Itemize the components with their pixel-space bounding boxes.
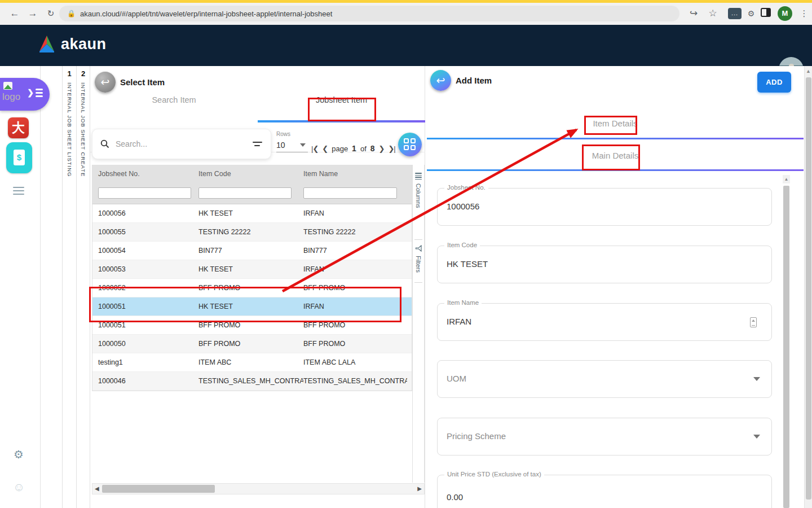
rows-label: Rows xyxy=(276,131,310,137)
field-label: Unit Price STD (Exclusive of tax) xyxy=(444,471,544,478)
browser-toolbar: ← → ↻ 🔒 akaun.cloud/#/applet/tnt/wavelet… xyxy=(0,3,812,25)
page-scrollbar[interactable]: ▲ xyxy=(804,66,812,508)
extensions-puzzle-icon[interactable]: ⚙︎ xyxy=(744,7,758,20)
filter-input-item-name[interactable] xyxy=(303,187,397,199)
select-item-panel: ↩ Select Item Search Item Jobsheet Item … xyxy=(90,66,425,508)
item-name-field[interactable]: Item Name IRFAN xyxy=(437,303,772,341)
browser-reload-icon[interactable]: ↻ xyxy=(44,7,58,20)
columns-label: Columns xyxy=(415,183,422,208)
search-input[interactable] xyxy=(114,139,253,149)
table-row[interactable]: 1000050BFF PROMOBFF PROMO xyxy=(92,335,412,353)
filters-label: Filters xyxy=(415,256,422,273)
table-cell: TESTING_SALES_MH_CONTRACT xyxy=(198,377,303,385)
browser-menu-icon[interactable]: ⋮ xyxy=(797,7,811,20)
table-row[interactable]: 1000056HK TESETIRFAN xyxy=(92,204,412,223)
rail-divider xyxy=(40,66,41,508)
table-cell: BFF PROMO xyxy=(198,340,303,348)
column-header-item-name[interactable]: Item Name xyxy=(303,170,407,178)
extension-badge-icon[interactable]: ... xyxy=(728,8,742,19)
pricing-scheme-select[interactable]: Pricing Scheme xyxy=(437,418,772,456)
applet-tab-create[interactable]: 2 INTERNAL JOB SHEET CREATE xyxy=(76,66,90,508)
table-row[interactable]: 1000046TESTING_SALES_MH_CONTRACTTESTING_… xyxy=(92,372,412,391)
field-value: IRFAN xyxy=(447,317,471,326)
inner-scroll-thumb[interactable] xyxy=(783,186,789,508)
table-row[interactable]: 1000055TESTING 22222TESTING 22222 xyxy=(92,223,412,242)
columns-tool-button[interactable]: Columns xyxy=(413,173,424,208)
item-code-field[interactable]: Item Code HK TESET xyxy=(437,246,772,283)
applet-tab-listing[interactable]: 1 INTERNAL JOB SHEET LISTING xyxy=(62,66,76,508)
of-word: of xyxy=(360,144,367,153)
table-cell: BFF PROMO xyxy=(198,321,303,329)
table-row[interactable]: 1000053HK TESETIRFAN xyxy=(92,260,412,279)
back-button[interactable]: ↩ xyxy=(95,72,116,93)
table-cell: HK TESET xyxy=(198,265,303,273)
tab-search-item[interactable]: Search Item xyxy=(90,95,258,104)
page-number: 1 xyxy=(352,144,356,153)
table-cell: 1000055 xyxy=(92,228,198,236)
add-button[interactable]: ADD xyxy=(757,72,791,93)
scroll-left-icon[interactable]: ◀ xyxy=(95,485,99,492)
table-horizontal-scrollbar[interactable]: ◀ ▶ xyxy=(92,483,425,494)
column-header-jobsheet-no[interactable]: Jobsheet No. xyxy=(92,170,198,178)
section-divider-gradient xyxy=(427,138,804,139)
uom-select[interactable]: UOM xyxy=(437,360,772,398)
horizontal-scroll-thumb[interactable] xyxy=(102,485,215,493)
filter-input-jobsheet-no[interactable] xyxy=(98,187,191,199)
table-body: 1000056HK TESETIRFAN1000055TESTING 22222… xyxy=(92,204,412,391)
tab-jobsheet-item[interactable]: Jobsheet Item xyxy=(258,95,425,104)
browser-back-icon[interactable]: ← xyxy=(8,7,21,20)
browser-forward-icon[interactable]: → xyxy=(26,7,39,20)
browser-profile-avatar[interactable]: M xyxy=(778,6,792,21)
url-text: akaun.cloud/#/applet/tnt/wavelet/erp/int… xyxy=(80,10,332,18)
last-page-icon[interactable]: ❯| xyxy=(388,144,395,153)
filters-tool-button[interactable]: Filters xyxy=(413,245,424,273)
table-cell: TESTING_SALES_MH_CONTRACT xyxy=(303,377,407,385)
table-cell: 1000053 xyxy=(92,265,198,273)
table-cell: 1000052 xyxy=(92,284,198,292)
next-page-icon[interactable]: ❯ xyxy=(379,144,385,153)
page-scroll-up-icon[interactable]: ▲ xyxy=(805,68,812,74)
jobsheet-no-field[interactable]: Jobsheet No. 1000056 xyxy=(437,188,772,226)
table-row[interactable]: 1000054BIN777BIN777 xyxy=(92,242,412,260)
tenant-logo-pill[interactable]: logo ❯ xyxy=(0,78,50,111)
column-header-item-code[interactable]: Item Code xyxy=(198,170,303,178)
table-cell: BIN777 xyxy=(198,247,303,255)
table-cell: 1000050 xyxy=(92,340,198,348)
applet-tab-number: 2 xyxy=(81,69,85,78)
brand-triangle-icon xyxy=(37,35,56,53)
unit-price-std-field[interactable]: Unit Price STD (Exclusive of tax) 0.00 xyxy=(437,475,772,508)
sidebar-app-icon-red[interactable]: 大 xyxy=(8,117,29,138)
share-icon[interactable]: ↪ xyxy=(687,7,700,20)
sidebar-app-icon-billing[interactable]: $ xyxy=(6,142,32,173)
address-bar[interactable]: 🔒 akaun.cloud/#/applet/tnt/wavelet/erp/i… xyxy=(59,6,679,21)
table-row[interactable]: 1000052BFF PROMOBFF PROMO xyxy=(92,279,412,297)
add-item-back-button[interactable]: ↩ xyxy=(430,70,451,91)
list-menu-icon[interactable] xyxy=(13,187,24,196)
rows-caret-icon xyxy=(300,143,306,147)
rows-per-page-select[interactable]: Rows 10 xyxy=(276,131,310,152)
filter-input-item-code[interactable] xyxy=(198,187,292,199)
inner-scroll-up-icon[interactable]: ▲ xyxy=(783,175,790,183)
first-page-icon[interactable]: |❮ xyxy=(311,144,318,153)
filter-tune-icon[interactable] xyxy=(253,141,263,147)
scroll-right-icon[interactable]: ▶ xyxy=(417,485,422,492)
settings-gear-icon[interactable]: ⚙ xyxy=(14,448,24,461)
select-placeholder: UOM xyxy=(447,374,466,383)
page-word: page xyxy=(332,144,348,153)
table-cell: TESTING 22222 xyxy=(303,228,407,236)
bookmark-star-icon[interactable]: ☆ xyxy=(706,7,720,20)
page-scroll-thumb[interactable] xyxy=(806,77,811,500)
pagination: |❮ ❮ page 1 of 8 ❯ ❯| xyxy=(311,144,395,153)
prev-page-icon[interactable]: ❮ xyxy=(322,144,328,153)
table-row[interactable]: testing1ITEM ABCITEM ABC LALA xyxy=(92,353,412,372)
table-row[interactable]: 1000051BFF PROMOBFF PROMO xyxy=(92,316,412,335)
tenant-logo-text: logo xyxy=(2,91,20,103)
grid-view-button[interactable] xyxy=(398,133,422,156)
profile-person-icon[interactable]: ☺ xyxy=(13,480,25,494)
jobsheet-item-table: Jobsheet No. Item Code Item Name 1000056… xyxy=(92,165,412,391)
side-panel-icon[interactable] xyxy=(761,8,771,17)
table-row[interactable]: 1000051HK TESETIRFAN xyxy=(92,297,412,316)
sidebar-collapse-icon[interactable]: ❯ xyxy=(27,88,43,97)
table-cell: 1000046 xyxy=(92,377,198,385)
grid-icon xyxy=(404,138,416,151)
